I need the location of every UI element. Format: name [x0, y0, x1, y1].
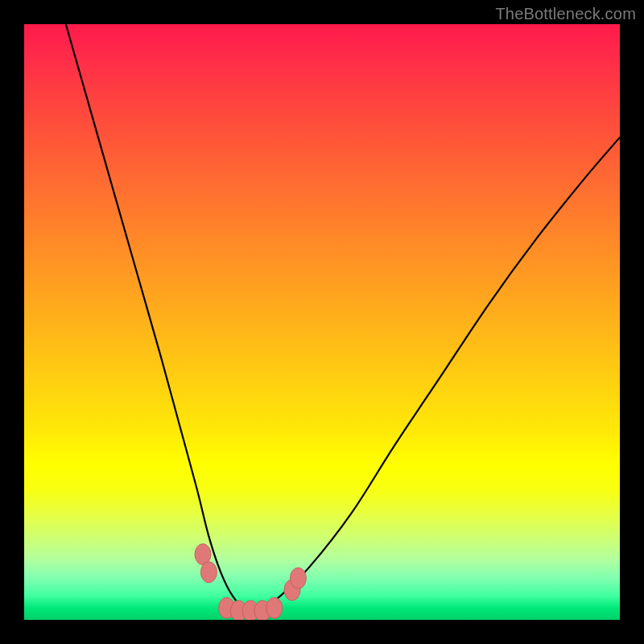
curve-layer: [24, 24, 620, 620]
marker-group: [195, 544, 306, 620]
bottleneck-curve: [66, 24, 620, 609]
plot-area: [24, 24, 620, 620]
curve-marker: [290, 568, 306, 588]
curve-marker: [266, 597, 283, 618]
curve-marker: [200, 562, 217, 583]
watermark-text: TheBottleneck.com: [495, 5, 636, 23]
chart-frame: TheBottleneck.com: [0, 0, 644, 644]
